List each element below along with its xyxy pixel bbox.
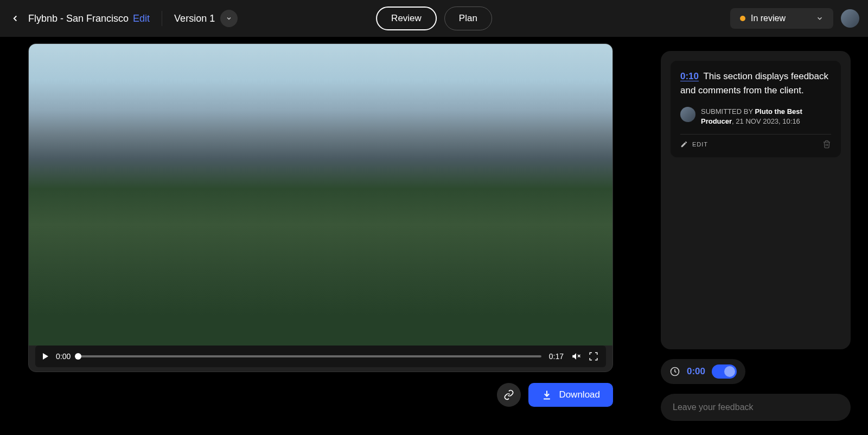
comments-panel: 0:10 This section displays feedback and … (661, 51, 851, 349)
plan-tab[interactable]: Plan (444, 7, 492, 30)
toggle-knob (724, 366, 735, 377)
version-dropdown[interactable] (220, 10, 238, 27)
comment-meta: SUBMITTED BY Pluto the Best Producer, 21… (680, 107, 831, 126)
comment-actions: EDIT (680, 140, 831, 149)
version-group: Version 1 (174, 10, 238, 27)
comment-text: This section displays feedback and comme… (680, 71, 828, 95)
download-label: Download (559, 389, 600, 400)
download-icon (541, 389, 552, 400)
fullscreen-icon (589, 351, 598, 361)
header-right: In review (730, 8, 859, 29)
play-button[interactable] (43, 353, 48, 360)
video-controls: 0:00 0:17 (35, 346, 606, 367)
submitted-by-prefix: SUBMITTED BY (701, 107, 755, 116)
video-player[interactable]: 0:00 0:17 (28, 43, 613, 372)
duration: 0:17 (549, 352, 564, 361)
edit-comment-button[interactable]: EDIT (680, 140, 708, 148)
comment-avatar (680, 107, 695, 122)
copy-link-button[interactable] (497, 383, 521, 407)
actions-row: Download (28, 383, 613, 407)
chevron-left-icon (10, 14, 20, 23)
delete-comment-button[interactable] (822, 140, 831, 149)
fullscreen-button[interactable] (589, 351, 598, 361)
chevron-down-icon (816, 15, 824, 22)
clock-icon (669, 366, 680, 377)
edit-label: EDIT (692, 141, 708, 148)
edit-link[interactable]: Edit (133, 13, 150, 24)
main: 0:00 0:17 Download (0, 37, 868, 435)
comment-date: 21 NOV 2023, 10:16 (736, 117, 800, 125)
center-nav: Review Plan (376, 7, 492, 30)
progress-handle[interactable] (75, 353, 81, 360)
link-icon (503, 389, 514, 400)
project-title: Flybnb - San Francisco (28, 13, 129, 24)
comment-body: 0:10 This section displays feedback and … (680, 69, 831, 98)
trash-icon (822, 140, 831, 149)
title-group: Flybnb - San Francisco Edit (28, 13, 150, 24)
video-thumbnail (29, 44, 612, 346)
user-avatar[interactable] (841, 9, 859, 28)
chevron-down-icon (226, 15, 232, 22)
feedback-input[interactable]: Leave your feedback (661, 394, 851, 421)
comment-timestamp[interactable]: 0:10 (680, 71, 699, 81)
review-tab[interactable]: Review (376, 7, 437, 30)
comment-card: 0:10 This section displays feedback and … (671, 61, 841, 157)
status-label: In review (751, 14, 786, 23)
separator (162, 11, 162, 26)
status-dot-icon (740, 16, 745, 21)
separator (680, 134, 831, 135)
status-dropdown[interactable]: In review (730, 8, 833, 29)
download-button[interactable]: Download (528, 383, 613, 407)
time-value: 0:00 (687, 366, 705, 377)
back-button[interactable] (9, 12, 22, 25)
comment-meta-text: SUBMITTED BY Pluto the Best Producer, 21… (701, 107, 831, 126)
header: Flybnb - San Francisco Edit Version 1 Re… (0, 0, 868, 37)
time-toggle-row: 0:00 (661, 359, 745, 384)
pencil-icon (680, 140, 688, 148)
left-column: 0:00 0:17 Download (0, 37, 661, 435)
right-column: 0:10 This section displays feedback and … (661, 37, 868, 435)
volume-muted-icon (571, 351, 581, 362)
progress-bar[interactable] (78, 355, 541, 357)
version-label: Version 1 (174, 13, 215, 24)
current-time: 0:00 (56, 352, 71, 361)
timestamp-toggle[interactable] (712, 364, 737, 379)
mute-button[interactable] (571, 351, 581, 361)
